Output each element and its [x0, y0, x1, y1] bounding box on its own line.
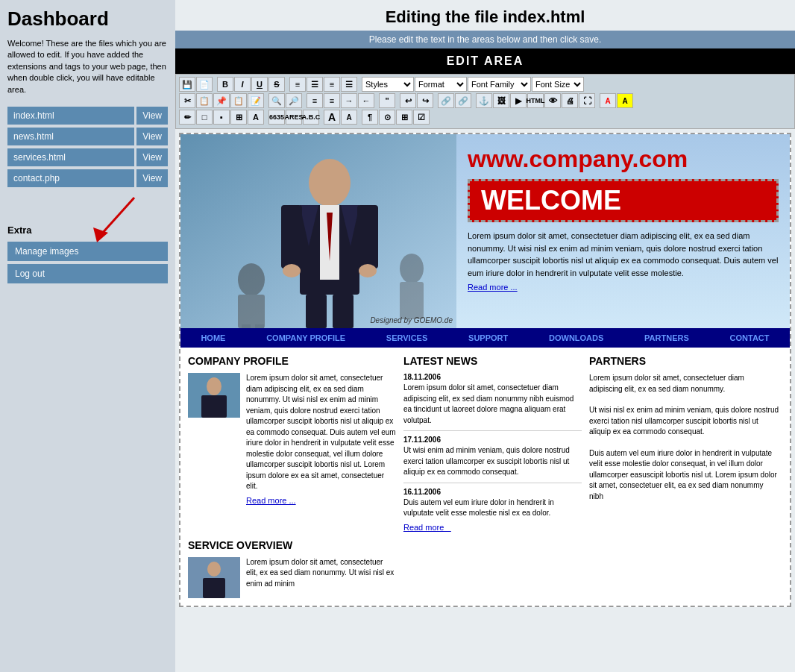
tb-media-btn[interactable]: ▶ — [510, 93, 527, 108]
tb-align-center-btn[interactable]: ☰ — [307, 77, 323, 92]
tb-special-btn[interactable]: ⊙ — [379, 110, 395, 125]
tb-html-btn[interactable]: HTML — [527, 93, 544, 108]
tb-align-left-btn[interactable]: ≡ — [289, 77, 306, 92]
website-preview[interactable]: Designed by GOEMO.de www.company.com WEL… — [179, 133, 791, 607]
nav-downloads[interactable]: DOWNLOADS — [545, 332, 607, 344]
tb-align-justify-btn[interactable]: ☰ — [341, 77, 357, 92]
tb-italic-btn[interactable]: I — [234, 77, 251, 92]
tb-blockquote-btn[interactable]: " — [379, 93, 395, 108]
toolbar-row-3: ✏ □ ▪ ⊞ A 6635 ARES A.B.C A A ¶ ⊙ ⊞ ☑ — [179, 110, 791, 125]
sidebar: Dashboard Welcome! These are the files w… — [0, 0, 175, 672]
tb-print-btn[interactable]: 🖨 — [562, 93, 578, 108]
tb-preview-btn[interactable]: 👁 — [544, 93, 561, 108]
page-title-bar: Editing the file index.html — [175, 0, 795, 31]
tb-anchor-btn[interactable]: ⚓ — [476, 93, 492, 108]
file-contact-php[interactable]: contact.php — [7, 169, 134, 187]
nav-services[interactable]: SERVICES — [383, 332, 431, 344]
tb-bgcolor-btn[interactable]: A — [617, 93, 633, 108]
company-profile-title: COMPANY PROFILE — [188, 355, 396, 367]
news-read-more[interactable]: Read more _ — [403, 523, 582, 532]
nav-support[interactable]: SUPPORT — [465, 332, 512, 344]
tb-link-btn[interactable]: 🔗 — [438, 93, 454, 108]
tb-box-btn[interactable]: □ — [196, 110, 213, 125]
tb-align-right-btn[interactable]: ≡ — [324, 77, 340, 92]
tb-fontcolor-btn[interactable]: A — [600, 93, 616, 108]
nav-contact[interactable]: CONTACT — [726, 332, 773, 344]
tb-copy-btn[interactable]: 📋 — [196, 93, 213, 108]
tb-form-btn[interactable]: ☑ — [413, 110, 430, 125]
tb-fontsm-btn[interactable]: A — [341, 110, 357, 125]
tb-para-btn[interactable]: ¶ — [362, 110, 378, 125]
tb-edit-btn[interactable]: ✏ — [179, 110, 195, 125]
tb-box2-btn[interactable]: ▪ — [213, 110, 230, 125]
logout-btn[interactable]: Log out — [7, 264, 168, 283]
tb-underline-btn[interactable]: U — [251, 77, 268, 92]
toolbar: 💾 📄 B I U S ≡ ☰ ≡ ☰ Styles Format Font F… — [175, 74, 795, 129]
tb-image-btn[interactable]: 🖼 — [493, 93, 509, 108]
service-overview-text[interactable]: Lorem ipsum dolor sit amet, consectetuer… — [246, 557, 396, 598]
view-contact-btn[interactable]: View — [136, 169, 168, 187]
company-profile-inner: Lorem ipsum dolor sit amet, consectetuer… — [188, 373, 396, 505]
file-services-html[interactable]: services.html — [7, 148, 134, 166]
company-profile-text[interactable]: Lorem ipsum dolor sit amet, consectetuer… — [246, 373, 396, 492]
tb-num1-btn[interactable]: 6635 — [268, 110, 285, 125]
tb-search-btn[interactable]: 🔍 — [268, 93, 285, 108]
tb-list2-btn[interactable]: ≡ — [324, 93, 340, 108]
tb-paste-btn[interactable]: 📌 — [213, 93, 230, 108]
welcome-banner[interactable]: WELCOME — [468, 179, 779, 222]
news-text-1[interactable]: Lorem ipsum dolor sit amet, consectetuer… — [403, 383, 582, 426]
tb-indent-btn[interactable]: → — [341, 93, 357, 108]
tb-outdent-btn[interactable]: ← — [358, 93, 374, 108]
nav-home[interactable]: HOME — [197, 332, 229, 344]
site-bottom: COMPANY PROFILE Lorem ipsum dolor sit am… — [180, 348, 790, 539]
nav-company-profile[interactable]: COMPANY PROFILE — [263, 332, 349, 344]
service-overview-col: SERVICE OVERVIEW Lorem ipsum dolor sit a… — [188, 539, 396, 598]
font-family-select[interactable]: Font Family — [468, 77, 531, 92]
format-select[interactable]: Format — [415, 77, 467, 92]
edit-area-header: EDIT AREA — [175, 48, 795, 74]
tb-unlink-btn[interactable]: 🔗 — [455, 93, 471, 108]
svg-rect-5 — [242, 324, 251, 328]
file-index-html[interactable]: index.html — [7, 107, 134, 125]
tb-save-icon[interactable]: 💾 — [179, 77, 195, 92]
tb-num2-btn[interactable]: ARES — [286, 110, 302, 125]
tb-fullscreen-btn[interactable]: ⛶ — [579, 93, 595, 108]
partners-text-3[interactable]: Duis autem vel eum iriure dolor in hendr… — [589, 448, 779, 503]
tb-cut-btn[interactable]: ✂ — [179, 93, 195, 108]
tb-bold-btn[interactable]: B — [217, 77, 233, 92]
tb-font-btn[interactable]: A — [248, 110, 264, 125]
svg-rect-8 — [400, 282, 424, 319]
news-text-2[interactable]: Ut wisi enim ad minim veniam, quis dolor… — [403, 445, 582, 478]
tb-paste2-btn[interactable]: 📋 — [230, 93, 247, 108]
tb-num3-btn[interactable]: A.B.C — [303, 110, 319, 125]
styles-select[interactable]: Styles — [362, 77, 414, 92]
tb-paste3-btn[interactable]: 📝 — [248, 93, 264, 108]
svg-point-17 — [283, 264, 301, 277]
read-more-link-1[interactable]: Read more ... — [468, 283, 779, 292]
view-index-btn[interactable]: View — [136, 107, 168, 125]
tb-strikethrough-btn[interactable]: S — [268, 77, 285, 92]
intro-text[interactable]: Lorem ipsum dolor sit amet, consectetuer… — [468, 230, 779, 279]
news-text-3[interactable]: Duis autem vel eum iriure dolor in hendr… — [403, 497, 582, 519]
font-size-select[interactable]: Font Size — [532, 77, 584, 92]
partners-col: PARTNERS Lorem ipsum dolor sit amet, con… — [589, 355, 779, 532]
company-read-more[interactable]: Read more ... — [246, 496, 396, 505]
tb-table-btn[interactable]: ⊞ — [396, 110, 412, 125]
tb-undo-btn[interactable]: ↩ — [400, 93, 416, 108]
company-profile-col: COMPANY PROFILE Lorem ipsum dolor sit am… — [188, 355, 396, 532]
file-row-index: index.html View — [7, 107, 168, 125]
tb-search2-btn[interactable]: 🔎 — [286, 93, 302, 108]
subtitle-bar: Please edit the text in the areas below … — [175, 31, 795, 48]
file-row-contact: contact.php View — [7, 169, 168, 187]
file-news-html[interactable]: news.html — [7, 128, 134, 145]
tb-fontbig-btn[interactable]: A — [324, 110, 340, 125]
view-services-btn[interactable]: View — [136, 148, 168, 166]
tb-file-icon[interactable]: 📄 — [196, 77, 213, 92]
partners-text-2[interactable]: Ut wisi nisl ex enim ad minim veniam, qu… — [589, 405, 779, 438]
tb-resize-btn[interactable]: ⊞ — [230, 110, 247, 125]
view-news-btn[interactable]: View — [136, 128, 168, 145]
partners-text-1[interactable]: Lorem ipsum dolor sit amet, consectetuer… — [589, 373, 779, 395]
tb-redo-btn[interactable]: ↪ — [417, 93, 433, 108]
tb-list-btn[interactable]: ≡ — [307, 93, 323, 108]
nav-partners[interactable]: PARTNERS — [641, 332, 693, 344]
